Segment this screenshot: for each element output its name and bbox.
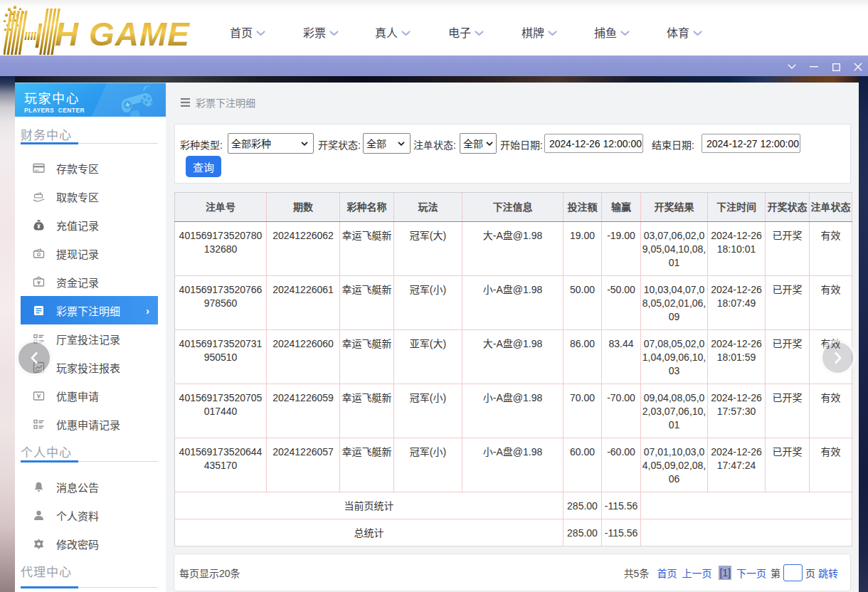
svg-text:H GAME: H GAME xyxy=(55,16,190,53)
